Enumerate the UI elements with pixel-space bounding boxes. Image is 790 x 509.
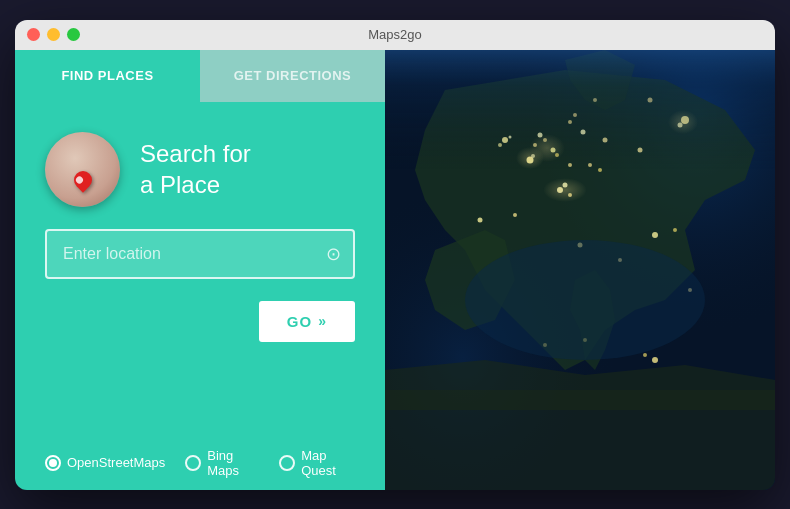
svg-point-34 [652, 357, 658, 363]
main-content: FIND PLACES GET DIRECTIONS [15, 50, 775, 490]
close-button[interactable] [27, 28, 40, 41]
map-panel [385, 50, 775, 490]
location-input[interactable] [45, 229, 355, 279]
radio-osm-circle [45, 455, 61, 471]
traffic-lights [27, 28, 80, 41]
radio-mapquest-circle [279, 455, 295, 471]
map-provider-bar: OpenStreetMaps Bing Maps Map Quest [15, 436, 385, 490]
maximize-button[interactable] [67, 28, 80, 41]
svg-rect-44 [385, 50, 775, 170]
search-heading: Search for a Place [140, 138, 251, 200]
place-icon [45, 132, 120, 207]
tab-get-directions[interactable]: GET DIRECTIONS [200, 50, 385, 102]
svg-point-35 [643, 353, 647, 357]
map-svg [385, 50, 775, 490]
tab-find-places[interactable]: FIND PLACES [15, 50, 200, 102]
map-pin [74, 171, 92, 189]
pin-head [70, 167, 95, 192]
go-button[interactable]: GO » [259, 301, 355, 342]
left-panel: FIND PLACES GET DIRECTIONS [15, 50, 385, 490]
radio-bing-circle [185, 455, 201, 471]
location-target-icon: ⊙ [326, 243, 341, 265]
minimize-button[interactable] [47, 28, 60, 41]
app-window: Maps2go FIND PLACES GET DIRECTIONS [15, 20, 775, 490]
app-title: Maps2go [368, 27, 421, 42]
search-header: Search for a Place [45, 132, 355, 207]
svg-point-9 [513, 213, 517, 217]
location-input-container: ⊙ [45, 229, 355, 279]
radio-bing[interactable]: Bing Maps [185, 448, 259, 478]
panel-body: Search for a Place ⊙ GO » [15, 102, 385, 436]
svg-point-43 [465, 240, 705, 360]
svg-point-28 [652, 232, 658, 238]
svg-point-29 [673, 228, 677, 232]
pin-dot [74, 175, 84, 185]
search-text: Search for a Place [140, 138, 251, 200]
titlebar: Maps2go [15, 20, 775, 50]
tab-bar: FIND PLACES GET DIRECTIONS [15, 50, 385, 102]
radio-mapquest[interactable]: Map Quest [279, 448, 355, 478]
svg-point-8 [478, 217, 483, 222]
svg-point-40 [543, 178, 587, 202]
radio-osm[interactable]: OpenStreetMaps [45, 455, 165, 471]
go-button-row: GO » [45, 301, 355, 342]
